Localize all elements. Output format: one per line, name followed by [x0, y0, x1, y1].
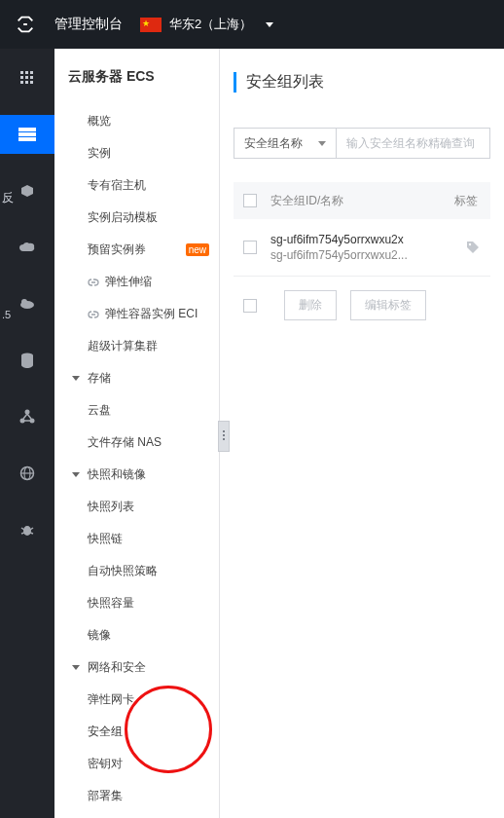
table: 安全组ID/名称 标签 sg-uf6ifm754y5orrxwxu2x sg-u… [234, 182, 490, 334]
nav-item-label: 文件存储 NAS [88, 434, 162, 451]
nav-item-label: 快照链 [88, 531, 123, 547]
nav-item[interactable]: 弹性容器实例 ECI [54, 298, 219, 330]
svg-rect-0 [20, 71, 23, 74]
nav-item[interactable]: 专有宿主机 [54, 169, 219, 202]
nav-item[interactable]: 弹性网卡 [54, 684, 219, 716]
svg-rect-6 [20, 81, 23, 84]
link-icon [88, 277, 99, 288]
new-badge: new [186, 243, 209, 256]
nav-item[interactable]: 网络和安全 [54, 651, 219, 684]
svg-line-24 [21, 533, 24, 534]
nav-item-label: 镜像 [88, 627, 111, 644]
nav-item[interactable]: 文件存储 NAS [54, 427, 219, 459]
filter-select-label: 安全组名称 [244, 135, 303, 152]
nav-item-label: 密钥对 [88, 756, 123, 772]
nav-item-label: 部署集 [88, 788, 123, 804]
nav-item[interactable]: 快照和镜像 [54, 459, 219, 491]
link-icon [88, 309, 99, 320]
svg-rect-2 [30, 71, 33, 74]
action-checkbox[interactable] [243, 299, 257, 313]
cloud-icon[interactable] [0, 228, 54, 267]
select-all-checkbox[interactable] [243, 194, 257, 207]
filter-select[interactable]: 安全组名称 [234, 128, 337, 159]
svg-rect-7 [25, 81, 28, 84]
td-name: sg-uf6ifm754y5orrxwxu2x sg-uf6ifm754y5or… [270, 233, 465, 262]
nav-item-label: 超级计算集群 [88, 338, 158, 354]
svg-rect-8 [30, 81, 33, 84]
nav-item-label: 云盘 [88, 402, 111, 419]
nav-item[interactable]: 专有网络 VPC [54, 812, 219, 818]
nav-item[interactable]: 密钥对 [54, 748, 219, 780]
topbar: 管理控制台 华东2（上海） [0, 0, 504, 49]
svg-line-22 [21, 528, 24, 530]
svg-point-15 [25, 410, 30, 415]
nav-item[interactable]: 超级计算集群 [54, 330, 219, 362]
logo[interactable] [14, 13, 37, 36]
svg-rect-9 [18, 128, 36, 131]
sg-name: sg-uf6ifm754y5orrxwxu2... [270, 248, 465, 262]
nav-item[interactable]: 云盘 [54, 394, 219, 427]
nav-item[interactable]: 存储 [54, 362, 219, 394]
flag-icon [140, 18, 162, 32]
side-letter: 反 [2, 190, 14, 206]
globe-icon[interactable] [0, 454, 54, 493]
svg-rect-1 [25, 71, 28, 74]
row-checkbox[interactable] [243, 241, 257, 254]
svg-line-23 [30, 528, 33, 530]
nodes-icon[interactable] [0, 397, 54, 436]
nav-item-label: 网络和安全 [88, 659, 146, 676]
tag-icon[interactable] [465, 240, 481, 255]
sg-id: sg-uf6ifm754y5orrxwxu2x [270, 233, 465, 246]
svg-point-21 [23, 526, 31, 536]
nav-item-label: 实例 [88, 145, 111, 162]
nav-item[interactable]: 概览 [54, 105, 219, 137]
nav-item[interactable]: 实例 [54, 137, 219, 169]
console-title[interactable]: 管理控制台 [54, 16, 123, 33]
svg-rect-11 [18, 137, 36, 141]
nav-item[interactable]: 镜像 [54, 619, 219, 651]
caret-down-icon [72, 472, 80, 477]
edit-tag-button[interactable]: 编辑标签 [350, 290, 426, 320]
sidebar-title: 云服务器 ECS [54, 49, 219, 105]
nav-item[interactable]: 快照容量 [54, 587, 219, 619]
nav-item-label: 实例启动模板 [88, 209, 158, 226]
nav-list: 概览实例专有宿主机实例启动模板预留实例券new弹性伸缩弹性容器实例 ECI超级计… [54, 105, 219, 818]
th-name: 安全组ID/名称 [270, 193, 451, 209]
nav-item-label: 弹性网卡 [88, 691, 134, 708]
icon-sidebar [0, 49, 54, 818]
nav-item-label: 专有宿主机 [88, 177, 146, 194]
nav-item[interactable]: 弹性伸缩 [54, 266, 219, 298]
nav-item-label: 快照容量 [88, 595, 134, 612]
search-input[interactable] [346, 129, 480, 158]
chevron-down-icon [266, 22, 273, 27]
nav-item-label: 预留实例券 [88, 242, 146, 258]
nav-item-label: 自动快照策略 [88, 563, 158, 579]
table-row[interactable]: sg-uf6ifm754y5orrxwxu2x sg-uf6ifm754y5or… [234, 219, 490, 277]
search-input-wrap [337, 128, 490, 159]
region-name: 华东2（上海） [169, 16, 252, 33]
nav-item-label: 快照和镜像 [88, 466, 146, 483]
nav-item[interactable]: 自动快照策略 [54, 555, 219, 587]
collapse-handle[interactable] [218, 421, 230, 452]
ecs-icon[interactable] [0, 115, 54, 154]
db-icon[interactable] [0, 341, 54, 380]
nav-item-label: 快照列表 [88, 499, 134, 515]
nav-item[interactable]: 快照列表 [54, 491, 219, 523]
nav-item[interactable]: 快照链 [54, 523, 219, 555]
nav-item[interactable]: 安全组 [54, 716, 219, 748]
region-selector[interactable]: 华东2（上海） [140, 16, 273, 33]
delete-button[interactable]: 删除 [284, 290, 337, 320]
nav-item[interactable]: 部署集 [54, 780, 219, 812]
nav-item-label: 弹性容器实例 ECI [105, 306, 198, 322]
svg-point-13 [21, 299, 27, 305]
nav-item[interactable]: 实例启动模板 [54, 202, 219, 234]
svg-rect-10 [18, 132, 36, 136]
caret-down-icon [72, 376, 80, 381]
action-row: 删除 编辑标签 [234, 277, 490, 334]
apps-icon[interactable] [0, 58, 54, 97]
caret-down-icon [72, 665, 80, 670]
bug-icon[interactable] [0, 510, 54, 549]
nav-item[interactable]: 预留实例券new [54, 234, 219, 266]
table-head: 安全组ID/名称 标签 [234, 182, 490, 219]
nav-item-label: 概览 [88, 113, 111, 130]
